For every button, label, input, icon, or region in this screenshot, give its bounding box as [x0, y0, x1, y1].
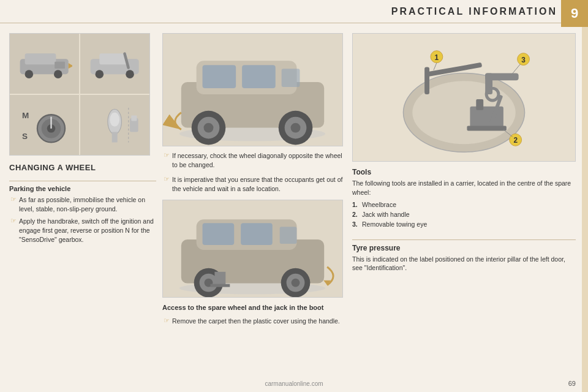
svg-point-3	[54, 70, 62, 78]
middle-bullet-text-2: It is imperative that you ensure that th…	[172, 175, 346, 193]
bullet-arrow-icon-1: ☞	[10, 195, 17, 203]
parking-bullet-2: ☞ Apply the handbrake, switch off the ig…	[9, 217, 156, 244]
svg-point-31	[204, 123, 214, 133]
tools-list-item-1: 1. Wheelbrace	[352, 200, 576, 210]
car-icon-2	[87, 40, 142, 88]
svg-rect-55	[424, 67, 429, 94]
tools-list-item-2: 2. Jack with handle	[352, 210, 576, 220]
svg-rect-48	[214, 271, 225, 285]
tyre-description: This is indicated on the label positione…	[352, 255, 576, 273]
svg-text:S: S	[22, 132, 28, 141]
access-bullet-text-1: Remove the carpet then the plastic cover…	[172, 317, 340, 326]
page-number: 69	[568, 380, 576, 387]
tyre-section-title: Tyre pressure	[352, 244, 576, 252]
car-image-top	[162, 33, 343, 146]
parking-subsection-title: Parking the vehicle	[9, 185, 156, 192]
svg-marker-5	[69, 63, 72, 69]
middle-column: ☞ If necessary, chock the wheel diagonal…	[162, 33, 346, 386]
svg-rect-41	[280, 227, 297, 244]
car-image-bottom	[162, 200, 343, 298]
car-illustration-2	[163, 200, 342, 298]
right-accent-bar	[582, 27, 588, 392]
section-title: CHANGING A WHEEL	[9, 163, 156, 172]
svg-rect-28	[282, 69, 300, 87]
parking-bullet-text-2: Apply the handbrake, switch off the igni…	[19, 217, 156, 244]
tools-description: The following tools are installed in a c…	[352, 179, 576, 197]
svg-rect-18	[112, 132, 118, 142]
bullet-arrow-icon-5: ☞	[164, 317, 170, 325]
tyre-divider	[352, 239, 576, 240]
tool-hand-icon	[87, 101, 142, 149]
svg-rect-22	[132, 115, 137, 121]
svg-rect-39	[203, 223, 235, 245]
img-cell-2	[80, 34, 149, 94]
car-illustration-1	[163, 33, 342, 146]
svg-point-34	[291, 123, 301, 133]
svg-point-8	[96, 70, 104, 78]
svg-point-2	[25, 70, 34, 78]
left-column: M S	[9, 33, 156, 386]
svg-rect-60	[476, 99, 483, 110]
tools-list: 1. Wheelbrace 2. Jack with handle 3. Rem…	[352, 200, 576, 229]
bullet-arrow-icon-2: ☞	[10, 217, 17, 225]
svg-rect-59	[470, 107, 503, 128]
img-cell-4	[80, 95, 149, 155]
tools-list-item-3: 3. Removable towing eye	[352, 220, 576, 230]
right-column: 1 2	[352, 33, 576, 386]
middle-bullet-2: ☞ It is imperative that you ensure that …	[162, 175, 346, 193]
svg-rect-1	[25, 53, 56, 64]
section-divider	[9, 181, 156, 181]
tools-item-num-1: 1.	[352, 200, 360, 210]
svg-point-9	[126, 70, 135, 78]
bullet-arrow-icon-4: ☞	[164, 175, 170, 183]
dial-icon: M S	[17, 101, 72, 149]
svg-rect-49	[210, 284, 230, 287]
img-cell-3: M S	[10, 95, 79, 155]
website-text: carmanualonline.com	[265, 380, 323, 387]
access-subsection-title: Access to the spare wheel and the jack i…	[162, 304, 346, 311]
header-title: PRACTICAL INFORMATION	[391, 6, 557, 17]
car-icon-1	[17, 40, 72, 88]
chapter-number: 9	[561, 0, 588, 27]
tools-section-title: Tools	[352, 168, 576, 176]
tools-item-text-1: Wheelbrace	[362, 200, 396, 210]
svg-text:2: 2	[513, 136, 518, 145]
tools-diagram-image: 1 2	[352, 33, 576, 162]
tools-item-text-2: Jack with handle	[362, 210, 410, 220]
svg-text:1: 1	[435, 53, 439, 62]
svg-rect-61	[467, 126, 506, 131]
svg-text:M: M	[22, 111, 29, 120]
svg-point-19	[110, 113, 120, 127]
svg-rect-26	[203, 65, 236, 88]
svg-text:3: 3	[521, 56, 526, 64]
tools-item-num-3: 3.	[352, 220, 360, 230]
main-content: M S	[0, 27, 582, 392]
svg-rect-4	[55, 62, 65, 69]
tools-diagram-svg: 1 2	[353, 34, 575, 161]
middle-bullet-1: ☞ If necessary, chock the wheel diagonal…	[162, 151, 346, 169]
parking-bullet-text-1: As far as possible, immobilise the vehic…	[19, 195, 156, 213]
image-grid: M S	[9, 33, 150, 156]
svg-point-47	[292, 278, 300, 287]
access-bullet-1: ☞ Remove the carpet then the plastic cov…	[162, 317, 346, 326]
parking-bullet-1: ☞ As far as possible, immobilise the veh…	[9, 195, 156, 213]
tools-item-text-3: Removable towing eye	[362, 220, 427, 230]
bullet-arrow-icon-3: ☞	[164, 151, 170, 159]
tools-item-num-2: 2.	[352, 210, 360, 220]
page-header: PRACTICAL INFORMATION	[0, 0, 588, 23]
middle-bullet-text-1: If necessary, chock the wheel diagonally…	[172, 151, 346, 169]
svg-rect-7	[100, 53, 127, 64]
img-cell-1	[10, 34, 79, 94]
svg-rect-27	[242, 65, 276, 88]
svg-rect-40	[241, 223, 273, 245]
